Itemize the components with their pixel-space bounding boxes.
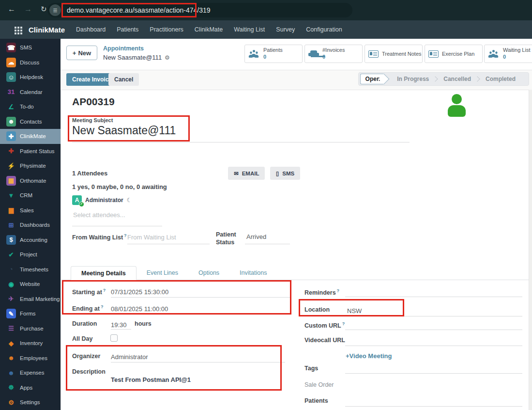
sidebar-item-project[interactable]: ✔Project	[0, 247, 61, 262]
starting-at-input[interactable]: 07/31/2025 15:30:00	[111, 288, 168, 296]
sidebar-item-clinikmate[interactable]: ✚ClinikMate	[0, 129, 61, 144]
email-button[interactable]: ✉EMAIL	[228, 167, 265, 180]
sidebar-item-sales[interactable]: ▆Sales	[0, 203, 61, 218]
patient-status-value[interactable]: Arrived	[246, 233, 266, 240]
sidebar-item-dashboards[interactable]: ⊞Dashboards	[0, 218, 61, 233]
sidebar-item-contacts[interactable]: ☻Contacts	[0, 114, 61, 129]
nav-item-waiting-list[interactable]: Waiting List	[234, 26, 265, 33]
website-icon: ◉	[6, 279, 16, 289]
help-icon[interactable]: ?	[101, 304, 104, 309]
id-card-icon	[428, 50, 439, 58]
status-step-open[interactable]: Open	[360, 74, 384, 84]
sidebar-item-employees[interactable]: ☻Employees	[0, 351, 61, 366]
sidebar-item-crm[interactable]: ▼CRM	[0, 188, 61, 203]
nav-item-dashboard[interactable]: Dashboard	[76, 26, 106, 33]
sidebar-item-accounting[interactable]: $Accounting	[0, 233, 61, 248]
sidebar-item-settings[interactable]: ⚙Settings	[0, 395, 61, 410]
sidebar-item-apps[interactable]: ☸Apps	[0, 380, 61, 395]
forward-icon[interactable]: →	[24, 5, 32, 14]
url-input[interactable]: demo.vantagecore.au/saasmate/action-474/…	[67, 6, 211, 14]
stat-button-treatment-notes[interactable]: Treatment Notes	[365, 45, 423, 63]
status-step-in-progress[interactable]: In Progress	[390, 76, 436, 82]
duration-input[interactable]: 19:30	[111, 321, 127, 329]
tags-field[interactable]	[345, 373, 522, 374]
add-video-meeting-link[interactable]: +Video Meeting	[346, 352, 392, 360]
status-step-cancelled[interactable]: Cancelled	[436, 76, 478, 82]
organizer-input[interactable]: Administrator	[111, 353, 148, 361]
sidebar-item-website[interactable]: ◉Website	[0, 277, 61, 292]
people-icon	[488, 50, 500, 58]
sidebar-item-calendar[interactable]: 31Calendar	[0, 85, 61, 100]
nav-item-survey[interactable]: Survey	[276, 26, 295, 33]
expenses-icon: ☻	[6, 368, 16, 378]
sidebar-item-purchase[interactable]: ☰Purchase	[0, 321, 61, 336]
reminders-field[interactable]	[345, 297, 522, 297]
from-waiting-list-input[interactable]: From Waiting List	[127, 234, 176, 241]
tab-event-lines[interactable]: Event Lines	[137, 266, 188, 280]
sidebar-item-patient-status[interactable]: ✚Patient Status	[0, 144, 61, 159]
notebook-tabs: Meeting Details Event Lines Options Invi…	[61, 266, 529, 280]
patients-field[interactable]	[345, 406, 522, 407]
plus-icon: +	[346, 352, 350, 360]
all-day-checkbox[interactable]	[110, 334, 118, 342]
description-input[interactable]: Test From Postman API@1	[111, 376, 191, 383]
organizer-underline	[111, 362, 285, 363]
sidebar-item-orthomate[interactable]: ▦Orthomate	[0, 173, 61, 189]
stat-button-invoices[interactable]: #Invoices0	[304, 45, 363, 63]
attendee-chip[interactable]: A✓ Administrator ☾	[72, 195, 132, 205]
nav-item-clinikmate[interactable]: ClinikMate	[195, 26, 223, 33]
stat-button-exercise-plan[interactable]: Exercise Plan	[425, 45, 483, 63]
sidebar-item-timesheets[interactable]: ◔Timesheets	[0, 262, 61, 277]
id-card-icon	[368, 50, 379, 58]
nav-item-patients[interactable]: Patients	[117, 26, 138, 33]
tab-invitations[interactable]: Invitations	[229, 266, 277, 280]
app-brand[interactable]: ClinikMate	[29, 26, 65, 34]
gear-icon[interactable]: ⚙	[165, 54, 170, 61]
crm-icon: ▼	[6, 190, 16, 200]
new-button[interactable]: +New	[66, 46, 97, 60]
sms-button[interactable]: ▯SMS	[270, 167, 300, 180]
sidebar-item-discuss[interactable]: ☁Discuss	[0, 55, 61, 70]
main-content: +New Appointments New Saasmate@111 ⚙ Pat…	[61, 39, 532, 410]
address-bar[interactable]: ☰ demo.vantagecore.au/saasmate/action-47…	[47, 3, 352, 17]
tab-options[interactable]: Options	[188, 266, 229, 280]
mobile-icon: ▯	[276, 170, 279, 177]
nav-item-practitioners[interactable]: Practitioners	[150, 26, 183, 33]
sidebar-item-sms[interactable]: ☎SMS	[0, 40, 61, 55]
nav-item-configuration[interactable]: Configuration	[306, 26, 342, 33]
sidebar-item-todo[interactable]: ∠To-do	[0, 99, 61, 114]
help-icon[interactable]: ?	[103, 288, 106, 293]
breadcrumb-appointments[interactable]: Appointments	[103, 45, 144, 52]
sidebar-item-helpdesk[interactable]: ☺Helpdesk	[0, 70, 61, 85]
help-icon[interactable]: ?	[337, 288, 340, 293]
sidebar-item-expenses[interactable]: ☻Expenses	[0, 365, 61, 380]
patient-avatar-icon	[446, 94, 468, 117]
status-step-completed[interactable]: Completed	[478, 76, 523, 82]
tab-meeting-details[interactable]: Meeting Details	[71, 266, 137, 280]
help-icon[interactable]: ?	[124, 233, 127, 238]
videocall-url-field[interactable]	[345, 346, 522, 346]
select-attendees-input[interactable]: Select attendees...	[73, 211, 125, 219]
sidebar-item-physimate[interactable]: ⚡Physimate	[0, 158, 61, 173]
sidebar-item-forms[interactable]: ✎Forms	[0, 306, 61, 321]
location-input[interactable]: NSW	[347, 307, 362, 315]
sidebar-item-email-marketing[interactable]: ✈Email Marketing	[0, 292, 61, 307]
stat-button-waiting-list[interactable]: Waiting List0	[484, 45, 532, 63]
sidebar-item-inventory[interactable]: ◆Inventory	[0, 336, 61, 351]
browser-toolbar: ← → ↻ ☰ demo.vantagecore.au/saasmate/act…	[0, 0, 532, 20]
custom-url-field[interactable]	[345, 330, 522, 330]
timesheets-icon: ◔	[6, 265, 16, 274]
todo-icon: ∠	[6, 102, 16, 111]
apps-menu-icon[interactable]	[15, 27, 16, 29]
cancel-button[interactable]: Cancel	[108, 73, 139, 86]
starting-at-underline	[111, 297, 291, 298]
help-icon[interactable]: ?	[342, 321, 345, 326]
all-day-label: All Day	[72, 335, 92, 342]
stat-button-patients[interactable]: Patients0	[244, 45, 303, 63]
site-settings-icon[interactable]: ☰	[49, 4, 61, 16]
back-icon[interactable]: ←	[8, 5, 15, 14]
meeting-subject-input[interactable]: New Saasmate@111	[72, 124, 176, 137]
sms-icon: ☎	[6, 43, 16, 52]
reload-icon[interactable]: ↻	[41, 5, 47, 14]
ending-at-input[interactable]: 08/01/2025 11:00:00	[111, 305, 168, 313]
